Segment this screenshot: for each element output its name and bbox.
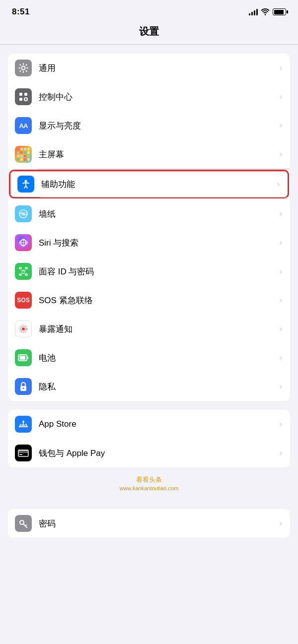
status-icons	[249, 8, 286, 15]
sos-icon: SOS	[15, 292, 32, 309]
exposure-icon	[15, 321, 32, 337]
top-divider	[0, 44, 298, 45]
general-chevron: ›	[280, 64, 282, 72]
page-title-bar: 设置	[0, 21, 298, 44]
svg-point-19	[22, 327, 25, 330]
control-center-icon	[15, 88, 32, 105]
svg-point-0	[22, 66, 25, 70]
home-screen-chevron: ›	[280, 150, 282, 159]
settings-row-home-screen[interactable]: 主屏幕 ›	[8, 140, 290, 169]
wifi-icon	[261, 8, 270, 15]
svg-rect-3	[19, 98, 22, 101]
svg-rect-14	[19, 274, 21, 275]
sos-icon-text: SOS	[17, 297, 29, 304]
sos-label: SOS 紧急联络	[39, 295, 280, 306]
settings-row-privacy[interactable]: 隐私 ›	[8, 372, 290, 401]
battery-label: 电池	[39, 352, 280, 364]
battery-row-icon	[15, 349, 32, 366]
wallet-chevron: ›	[280, 449, 282, 457]
passwords-icon	[15, 515, 32, 532]
svg-rect-30	[19, 454, 22, 455]
passwords-label: 密码	[39, 518, 280, 529]
settings-row-appstore[interactable]: App Store ›	[8, 410, 290, 439]
settings-row-exposure[interactable]: 暴露通知 ›	[8, 315, 290, 343]
svg-point-4	[24, 98, 27, 101]
svg-rect-13	[25, 267, 27, 269]
faceid-label: 面容 ID 与密码	[39, 266, 280, 277]
watermark-line2: www.kankantoutiao.com	[0, 485, 298, 495]
status-bar: 8:51	[0, 0, 298, 21]
settings-group-2: App Store › 钱包与 Apple Pay ›	[8, 410, 290, 467]
display-chevron: ›	[280, 121, 282, 130]
home-screen-label: 主屏幕	[39, 149, 280, 160]
wallpaper-icon	[15, 205, 32, 222]
svg-rect-23	[27, 357, 28, 359]
accessibility-chevron: ›	[277, 180, 280, 189]
status-time: 8:51	[12, 7, 30, 17]
settings-row-faceid[interactable]: 面容 ID 与密码 ›	[8, 257, 290, 286]
svg-rect-15	[25, 274, 27, 275]
siri-chevron: ›	[280, 238, 282, 247]
svg-rect-2	[24, 93, 27, 96]
battery-icon	[273, 8, 286, 15]
display-label: 显示与亮度	[39, 120, 280, 131]
svg-rect-1	[19, 93, 22, 96]
appstore-label: App Store	[39, 419, 280, 429]
grid-icon	[17, 148, 30, 161]
svg-rect-29	[18, 450, 28, 451]
control-center-label: 控制中心	[39, 91, 280, 103]
faceid-chevron: ›	[280, 267, 282, 276]
settings-row-siri[interactable]: Siri 与搜索 ›	[8, 228, 290, 257]
siri-icon	[15, 234, 32, 251]
settings-row-display[interactable]: AA 显示与亮度 ›	[8, 111, 290, 140]
privacy-icon	[15, 378, 32, 395]
accessibility-icon	[17, 176, 34, 193]
watermark-line1: 看看头条	[0, 472, 298, 485]
svg-rect-24	[19, 356, 25, 360]
sos-chevron: ›	[280, 296, 282, 305]
home-screen-icon	[15, 146, 32, 163]
svg-point-26	[23, 387, 24, 389]
exposure-label: 暴露通知	[39, 323, 280, 335]
page-title: 设置	[139, 26, 159, 37]
accessibility-label: 辅助功能	[41, 179, 277, 190]
settings-group-1: 通用 › 控制中心 › AA 显示与亮度 ›	[8, 54, 290, 401]
settings-row-wallet[interactable]: 钱包与 Apple Pay ›	[8, 439, 290, 467]
battery-chevron: ›	[280, 353, 282, 362]
svg-point-5	[25, 180, 27, 183]
privacy-label: 隐私	[39, 381, 280, 392]
svg-point-16	[21, 270, 23, 272]
display-icon-text: AA	[19, 122, 28, 129]
settings-row-sos[interactable]: SOS SOS 紧急联络 ›	[8, 286, 290, 315]
signal-icon	[249, 8, 258, 15]
wallpaper-label: 墙纸	[39, 208, 280, 220]
siri-label: Siri 与搜索	[39, 237, 280, 249]
settings-row-battery[interactable]: 电池 ›	[8, 343, 290, 372]
appstore-chevron: ›	[280, 420, 282, 429]
watermark: 看看头条 www.kankantoutiao.com	[0, 467, 298, 500]
wallpaper-chevron: ›	[280, 209, 282, 218]
settings-row-passwords[interactable]: 密码 ›	[8, 509, 290, 538]
settings-row-accessibility[interactable]: 辅助功能 ›	[9, 170, 289, 198]
settings-row-control-center[interactable]: 控制中心 ›	[8, 82, 290, 111]
settings-group-3: 密码 ›	[8, 509, 290, 538]
svg-rect-12	[19, 267, 21, 269]
settings-row-general[interactable]: 通用 ›	[8, 54, 290, 82]
privacy-chevron: ›	[280, 382, 282, 391]
settings-row-wallpaper[interactable]: 墙纸 ›	[8, 199, 290, 228]
exposure-chevron: ›	[280, 324, 282, 333]
wallet-label: 钱包与 Apple Pay	[39, 448, 280, 459]
passwords-chevron: ›	[280, 519, 282, 528]
general-label: 通用	[39, 63, 280, 74]
display-icon: AA	[15, 117, 32, 134]
appstore-icon	[15, 416, 32, 433]
faceid-icon	[15, 263, 32, 280]
svg-rect-28	[18, 451, 28, 453]
wallet-icon	[15, 445, 32, 461]
general-icon	[15, 60, 32, 76]
control-center-chevron: ›	[280, 92, 282, 101]
svg-point-17	[24, 270, 25, 272]
